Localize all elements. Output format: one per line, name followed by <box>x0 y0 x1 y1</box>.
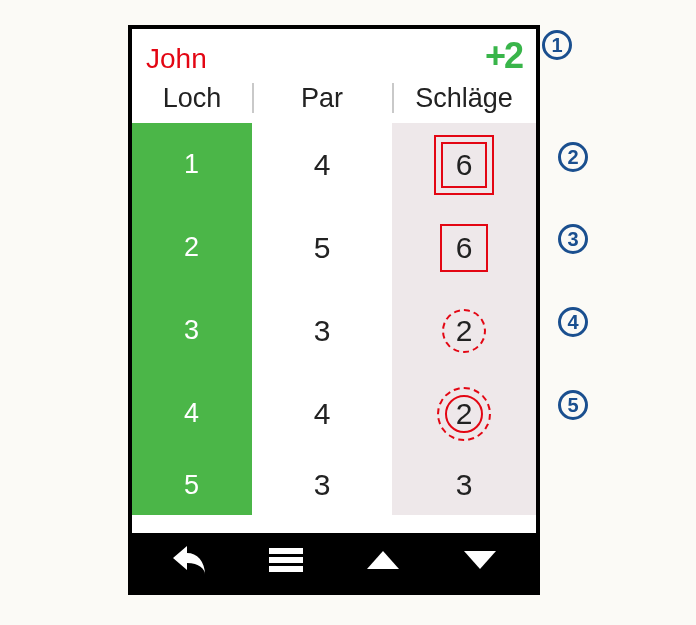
cell-par: 4 <box>252 148 392 182</box>
cell-strokes[interactable]: 2 <box>392 372 536 455</box>
cell-hole: 4 <box>132 372 252 455</box>
cell-strokes[interactable]: 3 <box>392 455 536 515</box>
stroke-value: 6 <box>438 222 490 274</box>
cell-par: 4 <box>252 397 392 431</box>
callout-3: 3 <box>558 224 588 254</box>
callout-4: 4 <box>558 307 588 337</box>
scorecard-table: 1 4 6 2 5 6 3 3 2 4 4 2 <box>132 123 536 533</box>
callout-5: 5 <box>558 390 588 420</box>
stroke-value: 3 <box>438 459 490 511</box>
arrow-down-icon[interactable] <box>460 546 500 578</box>
player-name: John <box>146 43 207 75</box>
svg-rect-2 <box>269 566 303 572</box>
table-row[interactable]: 1 4 6 <box>132 123 536 206</box>
svg-marker-4 <box>464 551 496 569</box>
callout-2: 2 <box>558 142 588 172</box>
cell-strokes[interactable]: 6 <box>392 206 536 289</box>
svg-rect-0 <box>269 548 303 554</box>
scorecard-screen: John +2 Loch Par Schläge 1 4 6 2 5 6 3 3… <box>128 25 540 595</box>
arrow-up-icon[interactable] <box>363 546 403 578</box>
cell-hole: 2 <box>132 206 252 289</box>
svg-marker-3 <box>367 551 399 569</box>
col-header-par: Par <box>252 73 392 123</box>
column-headers: Loch Par Schläge <box>132 73 536 123</box>
cell-hole: 1 <box>132 123 252 206</box>
cell-par: 3 <box>252 468 392 502</box>
callout-1: 1 <box>542 30 572 60</box>
col-header-strokes: Schläge <box>392 73 536 123</box>
bottom-bar <box>132 533 536 591</box>
back-icon[interactable] <box>169 543 209 581</box>
stroke-value: 2 <box>438 388 490 440</box>
col-header-hole: Loch <box>132 73 252 123</box>
cell-strokes[interactable]: 6 <box>392 123 536 206</box>
svg-rect-1 <box>269 557 303 563</box>
table-row[interactable]: 3 3 2 <box>132 289 536 372</box>
scorecard-header: John +2 <box>132 29 536 73</box>
table-row[interactable]: 2 5 6 <box>132 206 536 289</box>
cell-par: 5 <box>252 231 392 265</box>
table-row[interactable]: 5 3 3 <box>132 455 536 515</box>
score-delta: +2 <box>485 35 522 77</box>
cell-hole: 3 <box>132 289 252 372</box>
cell-hole: 5 <box>132 455 252 515</box>
stroke-value: 2 <box>438 305 490 357</box>
menu-icon[interactable] <box>266 545 306 579</box>
cell-strokes[interactable]: 2 <box>392 289 536 372</box>
cell-par: 3 <box>252 314 392 348</box>
table-row[interactable]: 4 4 2 <box>132 372 536 455</box>
stroke-value: 6 <box>438 139 490 191</box>
